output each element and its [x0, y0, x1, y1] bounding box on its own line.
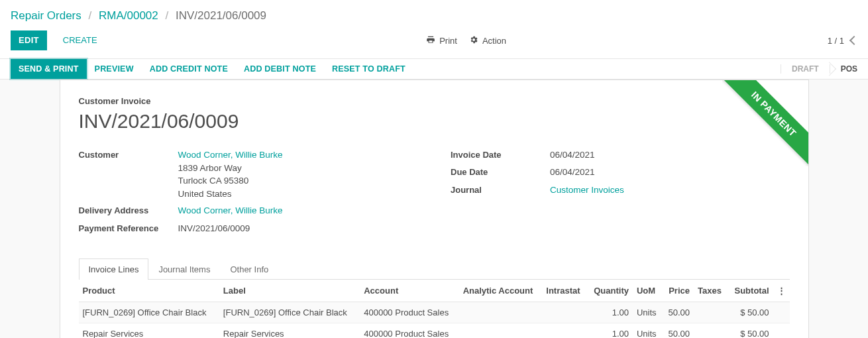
- status-bar: SEND & PRINT PREVIEW ADD CREDIT NOTE ADD…: [0, 59, 868, 80]
- payref-label: Payment Reference: [79, 222, 178, 235]
- edit-button[interactable]: EDIT: [11, 30, 47, 50]
- breadcrumb-rma[interactable]: RMA/00002: [99, 9, 158, 22]
- cell-subtotal: $ 50.00: [728, 323, 773, 338]
- print-icon: [426, 35, 435, 46]
- gear-icon: [469, 35, 478, 46]
- breadcrumb-repair-orders[interactable]: Repair Orders: [11, 9, 81, 22]
- cell-label: [FURN_0269] Office Chair Black: [219, 302, 360, 323]
- th-analytic[interactable]: Analytic Account: [459, 280, 543, 302]
- breadcrumb-sep-icon: /: [89, 9, 92, 22]
- reset-to-draft-button[interactable]: RESET TO DRAFT: [324, 59, 413, 79]
- cell-intrastat: [542, 323, 587, 338]
- duedate-value: 06/04/2021: [550, 166, 790, 179]
- cell-price: 50.00: [662, 323, 694, 338]
- left-column: Customer Wood Corner, Willie Burke 1839 …: [79, 148, 418, 239]
- th-quantity[interactable]: Quantity: [587, 280, 633, 302]
- th-account[interactable]: Account: [360, 280, 459, 302]
- journal-label: Journal: [451, 184, 550, 197]
- add-debit-note-button[interactable]: ADD DEBIT NOTE: [236, 59, 324, 79]
- invdate-value: 06/04/2021: [550, 148, 790, 162]
- breadcrumb-current: INV/2021/06/0009: [176, 9, 266, 22]
- action-label: Action: [482, 36, 506, 46]
- th-taxes[interactable]: Taxes: [694, 280, 728, 302]
- cell-taxes: [694, 302, 728, 323]
- th-intrastat[interactable]: Intrastat: [542, 280, 587, 302]
- tab-journal-items[interactable]: Journal Items: [148, 258, 220, 280]
- pager: 1 / 1: [828, 36, 857, 46]
- cell-price: 50.00: [662, 302, 694, 323]
- pager-value: 1 / 1: [828, 36, 844, 46]
- delivery-name[interactable]: Wood Corner, Willie Burke: [178, 205, 283, 215]
- status-step-posted[interactable]: POS: [830, 64, 868, 74]
- customer-addr-line1: 1839 Arbor Way: [178, 163, 242, 173]
- print-button[interactable]: Print: [426, 35, 457, 46]
- cell-analytic: [459, 323, 543, 338]
- cell-uom: Units: [633, 302, 662, 323]
- th-options-icon[interactable]: ⋮: [773, 280, 790, 302]
- customer-addr-line3: United States: [178, 189, 232, 199]
- add-credit-note-button[interactable]: ADD CREDIT NOTE: [142, 59, 236, 79]
- cell-taxes: [694, 323, 728, 338]
- breadcrumb-sep-icon: /: [165, 9, 168, 22]
- send-print-button[interactable]: SEND & PRINT: [11, 59, 87, 79]
- cell-intrastat: [542, 302, 587, 323]
- right-column: Invoice Date 06/04/2021 Due Date 06/04/2…: [451, 148, 790, 239]
- customer-name[interactable]: Wood Corner, Willie Burke: [178, 150, 283, 160]
- duedate-label: Due Date: [451, 166, 550, 179]
- cell-quantity: 1.00: [587, 323, 633, 338]
- customer-label: Customer: [79, 148, 178, 200]
- th-product[interactable]: Product: [79, 280, 219, 302]
- pager-prev-icon[interactable]: [849, 36, 859, 45]
- th-label[interactable]: Label: [219, 280, 360, 302]
- form-subtitle: Customer Invoice: [79, 96, 790, 106]
- page-title: INV/2021/06/0009: [79, 110, 790, 133]
- payref-value: INV/2021/06/0009: [178, 222, 418, 235]
- form-sheet: IN PAYMENT Customer Invoice INV/2021/06/…: [60, 80, 809, 338]
- table-row[interactable]: Repair Services Repair Services 400000 P…: [79, 323, 790, 338]
- cell-uom: Units: [633, 323, 662, 338]
- print-label: Print: [439, 36, 457, 46]
- th-subtotal[interactable]: Subtotal: [728, 280, 773, 302]
- cell-product: Repair Services: [79, 323, 219, 338]
- cell-subtotal: $ 50.00: [728, 302, 773, 323]
- cell-account: 400000 Product Sales: [360, 323, 459, 338]
- th-uom[interactable]: UoM: [633, 280, 662, 302]
- th-price[interactable]: Price: [662, 280, 694, 302]
- create-button[interactable]: CREATE: [55, 30, 105, 50]
- delivery-label: Delivery Address: [79, 204, 178, 217]
- cell-label: Repair Services: [219, 323, 360, 338]
- invoice-lines-table: Product Label Account Analytic Account I…: [79, 280, 790, 338]
- preview-button[interactable]: PREVIEW: [87, 59, 142, 79]
- customer-addr-line2: Turlock CA 95380: [178, 176, 249, 186]
- cell-product: [FURN_0269] Office Chair Black: [79, 302, 219, 323]
- journal-value[interactable]: Customer Invoices: [550, 185, 624, 195]
- table-row[interactable]: [FURN_0269] Office Chair Black [FURN_026…: [79, 302, 790, 323]
- invdate-label: Invoice Date: [451, 148, 550, 162]
- cell-quantity: 1.00: [587, 302, 633, 323]
- status-step-draft[interactable]: DRAFT: [781, 64, 830, 74]
- tab-invoice-lines[interactable]: Invoice Lines: [79, 258, 149, 280]
- tabs: Invoice Lines Journal Items Other Info: [79, 258, 790, 280]
- tab-other-info[interactable]: Other Info: [220, 258, 278, 280]
- control-bar: EDIT CREATE Print Action 1 / 1: [0, 27, 868, 59]
- cell-analytic: [459, 302, 543, 323]
- breadcrumb: Repair Orders / RMA/00002 / INV/2021/06/…: [0, 0, 868, 27]
- cell-account: 400000 Product Sales: [360, 302, 459, 323]
- action-button[interactable]: Action: [469, 35, 506, 46]
